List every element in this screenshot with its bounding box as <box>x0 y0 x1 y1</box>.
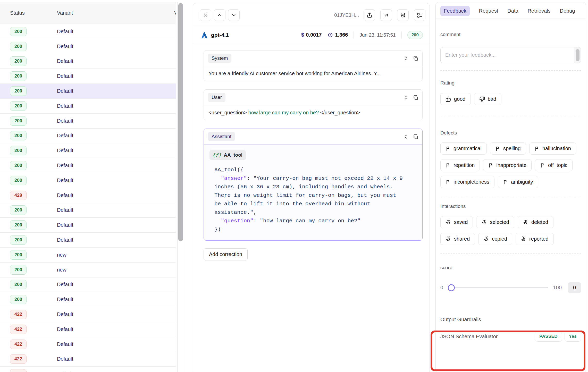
variant-cell: Default <box>57 103 73 109</box>
table-row[interactable]: 200Default <box>0 233 176 248</box>
chevron-down-icon <box>231 12 237 18</box>
table-row[interactable]: 422Default <box>0 322 176 337</box>
expand-message-button[interactable] <box>403 95 408 100</box>
scrollbar-thumb[interactable] <box>576 49 579 61</box>
interaction-reported-button[interactable]: reported <box>516 233 554 245</box>
column-header-variant: Variant <box>57 10 73 16</box>
status-badge: 200 <box>10 220 27 230</box>
table-row[interactable]: 422Default <box>0 337 176 352</box>
variant-cell: Default <box>57 341 73 347</box>
trace-timestamp: Jun 23, 11:57:51 <box>359 32 396 38</box>
table-row[interactable]: 200Default <box>0 203 176 218</box>
table-row[interactable]: 200Default <box>0 114 176 129</box>
variant-cell: Default <box>57 58 73 64</box>
variant-cell: Default <box>57 163 73 168</box>
status-badge: 422 <box>10 340 27 349</box>
comment-input[interactable]: Enter your feedback... <box>440 47 581 63</box>
table-row[interactable]: 200Default <box>0 292 176 307</box>
table-row[interactable]: 200Default <box>0 69 176 84</box>
status-badge: 200 <box>10 265 27 275</box>
status-badge: 200 <box>10 71 27 81</box>
defect-inappropriate-button[interactable]: inappropriate <box>483 159 532 171</box>
guardrail-result-badge: Yes <box>565 331 581 342</box>
tab-debug[interactable]: Debug <box>560 8 575 14</box>
trace-tokens: 1,366 <box>335 32 348 38</box>
table-row[interactable]: 200Default <box>0 24 176 39</box>
defect-hallucination-button[interactable]: hallucination <box>529 142 576 155</box>
interaction-copied-button[interactable]: copied <box>478 233 512 245</box>
previous-trace-button[interactable] <box>214 9 225 21</box>
variant-cell: Default <box>57 148 73 154</box>
variant-cell: Default <box>57 192 73 198</box>
score-min: 0 <box>440 285 443 291</box>
defect-ambiguity-button[interactable]: ambiguity <box>498 176 538 188</box>
table-row[interactable]: 200Default <box>0 173 176 188</box>
interaction-deleted-button[interactable]: deleted <box>518 216 553 228</box>
flag-icon <box>540 163 545 168</box>
status-badge: 422 <box>10 325 27 334</box>
score-slider-track[interactable] <box>448 287 548 288</box>
column-header-status: Status <box>10 10 25 16</box>
layout-view-button[interactable] <box>414 9 425 21</box>
table-row[interactable]: 200Default <box>0 129 176 143</box>
defect-grammatical-button[interactable]: grammatical <box>440 142 487 155</box>
table-row[interactable]: 200Default <box>0 158 176 173</box>
table-row[interactable]: 422Default <box>0 307 176 322</box>
rating-good-button[interactable]: good <box>440 93 471 105</box>
tab-data[interactable]: Data <box>507 8 518 14</box>
open-external-button[interactable] <box>380 9 392 21</box>
tab-retrievals[interactable]: Retrievals <box>528 8 551 14</box>
left-panel-scrollbar[interactable] <box>177 2 184 372</box>
interaction-selected-button[interactable]: selected <box>476 216 514 228</box>
add-correction-button[interactable]: Add correction <box>204 248 248 260</box>
table-row[interactable]: 200Default <box>0 54 176 69</box>
table-row[interactable]: 200new <box>0 248 176 263</box>
status-badge: 200 <box>10 42 27 51</box>
table-row[interactable]: 200Default <box>0 99 176 114</box>
table-row[interactable]: 200Default <box>0 84 176 99</box>
database-plus-icon <box>400 12 406 18</box>
share-button[interactable] <box>364 9 375 21</box>
interaction-saved-button[interactable]: saved <box>440 216 473 228</box>
comment-scrollbar[interactable] <box>574 47 581 63</box>
add-to-dataset-button[interactable] <box>397 9 409 21</box>
thumbs-up-icon <box>446 96 451 102</box>
defect-repetition-button[interactable]: repetition <box>440 159 480 171</box>
copy-message-button[interactable] <box>413 95 418 100</box>
table-row[interactable]: 429Default <box>0 188 176 203</box>
rating-label: Rating <box>440 80 581 86</box>
status-badge: 200 <box>10 86 27 96</box>
assistant-message-header: Assistant <box>204 129 422 144</box>
copy-message-button[interactable] <box>413 134 418 139</box>
defect-off_topic-button[interactable]: off_topic <box>535 159 573 171</box>
table-row[interactable]: 422Default <box>0 367 176 372</box>
copy-message-button[interactable] <box>413 56 418 61</box>
section-divider <box>440 197 581 197</box>
tab-feedback[interactable]: Feedback <box>440 6 470 16</box>
table-row[interactable]: 200Default <box>0 143 176 158</box>
table-row[interactable]: 200Default <box>0 218 176 233</box>
expand-message-button[interactable] <box>403 56 408 61</box>
table-row[interactable]: 200new <box>0 263 176 277</box>
close-icon <box>203 12 208 18</box>
close-button[interactable] <box>200 9 211 21</box>
table-row[interactable]: 422Default <box>0 352 176 367</box>
rating-bad-button[interactable]: bad <box>474 93 501 105</box>
status-badge: 200 <box>10 131 27 140</box>
variant-cell: Default <box>57 73 73 79</box>
variant-cell: Default <box>57 88 73 94</box>
variant-cell: Default <box>57 282 73 288</box>
next-trace-button[interactable] <box>228 9 240 21</box>
defect-incompleteness-button[interactable]: incompleteness <box>440 176 494 188</box>
defect-spelling-button[interactable]: spelling <box>490 142 526 155</box>
copy-icon <box>413 134 418 139</box>
copy-icon <box>413 56 418 61</box>
collapse-message-button[interactable] <box>403 134 408 139</box>
score-slider-thumb[interactable] <box>448 284 455 291</box>
defect-buttons: grammaticalspellinghallucinationrepetiti… <box>440 142 581 188</box>
interaction-shared-button[interactable]: shared <box>440 233 475 245</box>
scrollbar-thumb[interactable] <box>178 3 183 241</box>
table-row[interactable]: 200Default <box>0 277 176 292</box>
table-row[interactable]: 200Default <box>0 39 176 54</box>
tab-request[interactable]: Request <box>479 8 498 14</box>
